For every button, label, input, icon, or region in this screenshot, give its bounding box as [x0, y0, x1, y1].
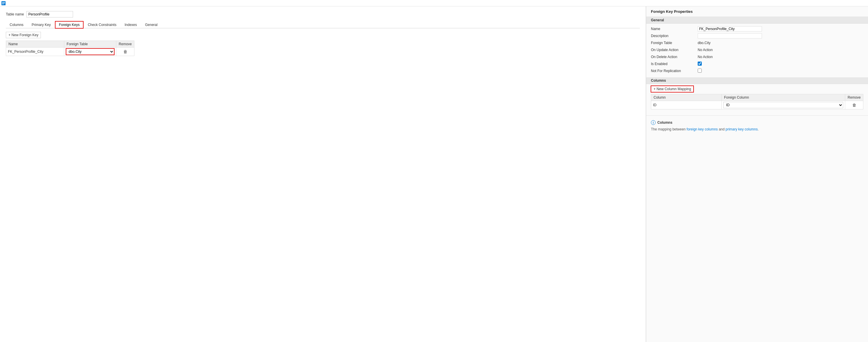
rp-not-replication-row: Not For Replication — [646, 67, 868, 74]
left-panel: Table name Columns Primary Key Foreign K… — [0, 6, 646, 342]
foreign-key-columns-link[interactable]: foreign key columns — [687, 127, 718, 131]
rp-foreign-table-label: Foreign Table — [651, 41, 698, 45]
rp-name-row: Name — [646, 25, 868, 32]
rp-name-label: Name — [651, 27, 698, 31]
rp-columns-table: Column Foreign Column Remove ID ID — [651, 94, 863, 109]
rp-name-input[interactable] — [698, 26, 762, 32]
svg-rect-1 — [2, 2, 5, 3]
fk-name-cell: FK_PersonProfile_City — [6, 47, 64, 56]
rp-foreign-table-text: dbo.City — [698, 41, 711, 45]
svg-rect-2 — [2, 3, 5, 3]
fk-foreign-table-select[interactable]: dbo.City — [66, 48, 114, 55]
rp-footer: i Columns The mapping between foreign ke… — [646, 115, 868, 137]
tab-general[interactable]: General — [141, 21, 161, 28]
new-foreign-key-button[interactable]: + New Foreign Key — [6, 32, 41, 38]
app-container: Table name Columns Primary Key Foreign K… — [0, 0, 868, 342]
col-header-column: Column — [651, 94, 722, 101]
rp-on-update-text: No Action — [698, 48, 713, 52]
rp-description-input[interactable] — [698, 33, 762, 38]
tab-check-constraints[interactable]: Check Constraints — [84, 21, 120, 28]
col-mapping-row: ID ID 🗑 — [651, 101, 863, 109]
rp-on-update-value: No Action — [698, 48, 863, 52]
fk-foreign-table-cell: dbo.City — [64, 47, 116, 56]
rp-description-value — [698, 33, 863, 38]
tab-primary-key[interactable]: Primary Key — [28, 21, 54, 28]
rp-on-delete-row: On Delete Action No Action — [646, 54, 868, 60]
rp-columns-toolbar: + New Column Mapping — [646, 84, 868, 94]
main-content: Table name Columns Primary Key Foreign K… — [0, 6, 868, 342]
fk-delete-button[interactable]: 🗑 — [123, 49, 127, 54]
col-header-foreign-column: Foreign Column — [722, 94, 845, 101]
col-foreign-column-select[interactable]: ID — [723, 102, 843, 108]
table-name-label: Table name — [6, 12, 24, 16]
tab-indexes[interactable]: Indexes — [121, 21, 141, 28]
title-bar — [0, 0, 868, 6]
rp-on-update-label: On Update Action — [651, 48, 698, 52]
primary-key-columns-link[interactable]: primary key columns — [726, 127, 758, 131]
rp-on-delete-text: No Action — [698, 55, 713, 59]
tab-foreign-keys[interactable]: Foreign Keys — [55, 21, 84, 28]
col-remove-cell: 🗑 — [845, 101, 863, 109]
col-column-cell: ID — [651, 101, 722, 109]
rp-footer-description: The mapping between foreign key columns … — [651, 127, 863, 132]
tab-columns[interactable]: Columns — [6, 21, 27, 28]
col-header-name: Name — [6, 41, 64, 47]
rp-foreign-table-value: dbo.City — [698, 41, 863, 45]
col-header-remove: Remove — [116, 41, 134, 47]
app-icon — [1, 1, 6, 5]
rp-description-row: Description — [646, 32, 868, 39]
foreign-key-toolbar: + New Foreign Key — [6, 32, 640, 38]
rp-name-value — [698, 26, 863, 32]
rp-on-delete-value: No Action — [698, 55, 863, 59]
rp-is-enabled-label: Is Enabled — [651, 62, 698, 66]
svg-rect-3 — [2, 4, 4, 4]
rp-not-replication-checkbox[interactable] — [698, 69, 702, 73]
rp-general-header: General — [646, 17, 868, 24]
col-delete-button[interactable]: 🗑 — [852, 103, 856, 107]
rp-not-replication-label: Not For Replication — [651, 69, 698, 73]
right-panel: Foreign Key Properties General Name Desc… — [646, 6, 868, 342]
rp-general-properties: Name Description Foreign Table dbo.City — [646, 24, 868, 76]
new-column-mapping-button[interactable]: + New Column Mapping — [651, 86, 693, 92]
rp-description-label: Description — [651, 34, 698, 38]
rp-on-update-row: On Update Action No Action — [646, 46, 868, 54]
rp-title: Foreign Key Properties — [646, 6, 868, 17]
rp-columns-header: Columns — [646, 77, 868, 84]
fk-remove-cell: 🗑 — [116, 47, 134, 56]
rp-footer-section-label: Columns — [657, 121, 672, 125]
rp-is-enabled-checkbox[interactable] — [698, 62, 702, 66]
foreign-keys-table: Name Foreign Table Remove FK_PersonProfi… — [6, 40, 134, 56]
col-foreign-column-cell: ID — [722, 101, 845, 109]
col-header-col-remove: Remove — [845, 94, 863, 101]
col-header-foreign-table: Foreign Table — [64, 41, 116, 47]
table-name-input[interactable] — [26, 11, 73, 18]
tabs: Columns Primary Key Foreign Keys Check C… — [6, 21, 640, 28]
rp-not-replication-value — [698, 69, 863, 73]
rp-is-enabled-row: Is Enabled — [646, 60, 868, 67]
table-name-row: Table name — [6, 11, 640, 18]
rp-footer-title: i Columns — [651, 120, 863, 125]
info-icon: i — [651, 120, 656, 125]
rp-is-enabled-value — [698, 62, 863, 67]
table-row: FK_PersonProfile_City dbo.City 🗑 — [6, 47, 134, 56]
rp-foreign-table-row: Foreign Table dbo.City — [646, 39, 868, 46]
rp-on-delete-label: On Delete Action — [651, 55, 698, 59]
